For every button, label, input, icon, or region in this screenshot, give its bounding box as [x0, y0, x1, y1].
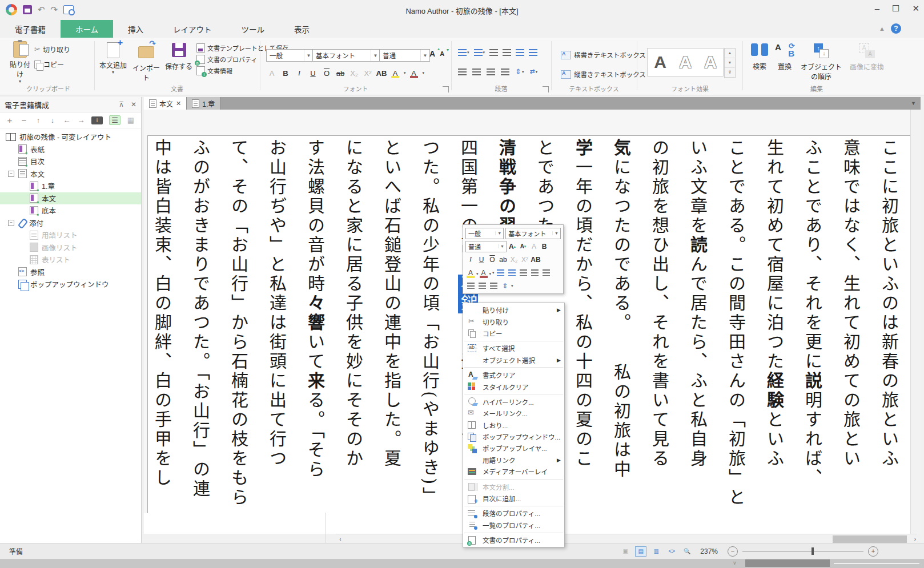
- collapse-expander-icon[interactable]: −: [8, 171, 14, 177]
- align-center-icon[interactable]: [472, 69, 481, 75]
- add-body-button[interactable]: 本文追加 ▾: [98, 42, 128, 75]
- collapse-expander-icon[interactable]: −: [8, 220, 14, 226]
- page-setup-icon[interactable]: ▣: [620, 546, 631, 557]
- mini-grow-font-button[interactable]: A▴: [507, 241, 517, 252]
- ribbon-tab-1[interactable]: ホーム: [61, 20, 113, 38]
- document-tab-1[interactable]: 1.章: [187, 97, 220, 110]
- ribbon-tab-3[interactable]: レイアウト: [158, 20, 227, 38]
- chevron-down-icon[interactable]: ∨: [733, 560, 737, 566]
- tab-close-icon[interactable]: ✕: [176, 100, 181, 107]
- style-combo[interactable]: 一般▼: [266, 49, 314, 62]
- tree-item[interactable]: 本文: [0, 192, 141, 205]
- font-effect-outline2[interactable]: A: [704, 53, 717, 72]
- mini-justify-icon[interactable]: [543, 269, 550, 276]
- overline-button[interactable]: O: [321, 67, 332, 79]
- mini-subscript-button[interactable]: X₂: [509, 255, 519, 265]
- move-right-icon[interactable]: →: [77, 116, 85, 124]
- close-button[interactable]: ✕: [912, 3, 919, 14]
- align-justify-icon[interactable]: [501, 69, 509, 75]
- scroll-right-icon[interactable]: ›: [914, 536, 916, 542]
- horizontal-textbox-button[interactable]: 横書きテキストボックス: [561, 50, 646, 59]
- numbered-list-button[interactable]: ▾: [474, 49, 485, 56]
- vertical-textbox-button[interactable]: 縦書きテキストボックス: [561, 70, 646, 79]
- mini-bold-button[interactable]: B: [539, 241, 549, 252]
- text-column[interactable]: お山行ぢや」と私達は街頭に出て行つ: [258, 139, 296, 510]
- text-column[interactable]: つた。私の少年の頃「お山行(やまゆき)」: [411, 139, 449, 510]
- text-column[interactable]: て、その「お山行」から石楠花の枝をもら: [219, 139, 258, 510]
- ribbon-tab-4[interactable]: ツール: [227, 20, 280, 38]
- font-weight-combo-arrow[interactable]: ▼: [420, 50, 429, 61]
- ribbon-collapse-icon[interactable]: ▲: [879, 25, 885, 32]
- object-order-button[interactable]: ↑↓ オブジェクトの順序: [798, 43, 844, 81]
- context-menu-item[interactable]: しおり...: [463, 420, 564, 431]
- single-page-view-icon[interactable]: ▥: [650, 546, 662, 557]
- context-menu-item[interactable]: ポップアップレイヤ...: [463, 442, 564, 454]
- mini-font-color-arrow[interactable]: ▾: [489, 272, 492, 276]
- mini-shrink-font-button[interactable]: A▾: [518, 241, 528, 252]
- replace-button[interactable]: A⟳B 置換: [772, 43, 797, 71]
- paragraph-dialog-launcher[interactable]: [543, 86, 549, 92]
- tree-item[interactable]: 目次: [0, 155, 141, 168]
- document-tab-0[interactable]: 本文✕: [144, 97, 187, 110]
- tree-item[interactable]: 1.章: [0, 180, 141, 192]
- tree-item[interactable]: 表リスト: [0, 253, 141, 266]
- mini-italic-button[interactable]: I: [465, 255, 476, 265]
- change-case-button[interactable]: AB: [376, 67, 387, 79]
- zoom-out-button[interactable]: −: [728, 546, 738, 557]
- context-menu-item[interactable]: メールリンク...: [463, 408, 564, 419]
- context-menu-item[interactable]: すべて選択: [463, 343, 564, 354]
- zoom-slider-thumb[interactable]: [811, 547, 814, 555]
- tree-item[interactable]: ポップアップウィンドウ: [0, 278, 141, 291]
- align-right-icon[interactable]: [487, 69, 495, 75]
- thumbnail-view-icon[interactable]: ▦: [127, 116, 135, 124]
- context-menu-item[interactable]: オブジェクト選択▶: [463, 355, 564, 366]
- source-view-icon[interactable]: <>: [666, 546, 677, 557]
- text-column[interactable]: ここに初旅といふのは新春の旅といふ: [870, 139, 908, 510]
- context-menu-item[interactable]: 段落のプロパティ...: [463, 507, 564, 519]
- context-menu-item[interactable]: 文書のプロパティ...: [463, 534, 564, 546]
- mini-style-combo[interactable]: 一般▼: [465, 228, 504, 239]
- horizontal-scroll-thumb[interactable]: [833, 535, 907, 543]
- help-button[interactable]: ?: [891, 23, 901, 34]
- text-column[interactable]: の初旅を想ひ出し、それを書いて見る: [640, 139, 678, 510]
- zoom-in-button[interactable]: +: [868, 546, 878, 557]
- bullet-list-button[interactable]: ▾: [458, 49, 469, 56]
- text-column[interactable]: いふ文章を読んで居たら、ふと私自身: [678, 139, 717, 510]
- align-left-icon[interactable]: [458, 69, 467, 75]
- text-column[interactable]: ことである。この間寺田さんの「初旅」と: [717, 139, 755, 510]
- two-page-view-icon[interactable]: ▤: [635, 546, 646, 557]
- ribbon-tab-2[interactable]: 挿入: [113, 20, 158, 38]
- mini-align-justify-icon[interactable]: [490, 283, 497, 289]
- font-color-button[interactable]: A: [408, 67, 420, 79]
- highlight-color-button[interactable]: A: [389, 67, 401, 79]
- ribbon-tab-5[interactable]: 表示: [279, 20, 324, 38]
- move-left-icon[interactable]: ←: [63, 116, 71, 124]
- text-column[interactable]: 気になつたのである。 私の初旅は中: [602, 139, 640, 510]
- context-menu-item[interactable]: 切り取り: [463, 316, 564, 327]
- context-menu-item[interactable]: コピー: [463, 328, 564, 339]
- cut-button[interactable]: ✂ 切り取り: [34, 45, 70, 54]
- decrease-indent-icon[interactable]: [489, 49, 498, 56]
- text-column[interactable]: といへば石鎚登山の連中を指した。夏: [372, 139, 411, 510]
- bold-button[interactable]: B: [280, 67, 291, 79]
- maximize-button[interactable]: ☐: [892, 3, 899, 14]
- minimize-button[interactable]: –: [875, 3, 879, 14]
- tree-item[interactable]: 参照: [0, 266, 141, 279]
- copy-button[interactable]: コピー: [34, 59, 64, 69]
- mini-strikethrough-button[interactable]: ab: [498, 255, 508, 265]
- pin-icon[interactable]: ⊼: [119, 100, 124, 108]
- vertical-scrollbar[interactable]: [910, 110, 921, 534]
- first-line-indent-icon[interactable]: [529, 49, 537, 56]
- tree-item[interactable]: 底本: [0, 204, 141, 217]
- zoom-slider[interactable]: [742, 551, 863, 551]
- mini-align-center-icon[interactable]: [479, 283, 486, 289]
- preview-view-icon[interactable]: 🔍: [681, 546, 693, 557]
- mini-align-left-icon[interactable]: [467, 283, 475, 289]
- clear-formatting-button[interactable]: A: [266, 67, 278, 79]
- tree-item[interactable]: −本文: [0, 168, 141, 180]
- text-column[interactable]: ふことであり、それを更に説明すれば、: [793, 139, 831, 510]
- mini-change-case-button[interactable]: AB: [531, 255, 541, 265]
- scroll-left-icon[interactable]: ‹: [336, 536, 345, 542]
- strikethrough-button[interactable]: ab: [335, 67, 346, 79]
- tree-item[interactable]: 表紙: [0, 143, 141, 156]
